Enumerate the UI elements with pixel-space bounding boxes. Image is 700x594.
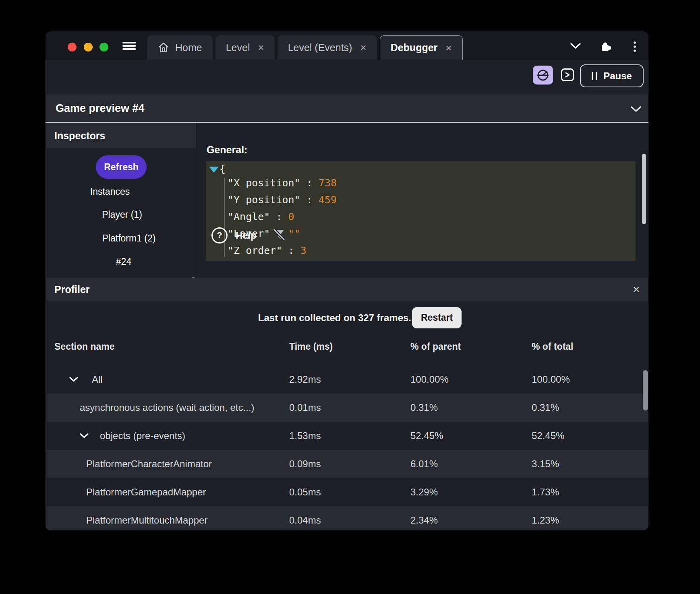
tab-close-icon[interactable]: × bbox=[255, 42, 264, 53]
tree-item-player-1[interactable]: Player (1) bbox=[102, 209, 142, 220]
tab-strip: HomeLevel×Level (Events)×Debugger× bbox=[46, 31, 648, 60]
json-line-x-position: "X position" : 738 bbox=[228, 177, 337, 189]
chevron-right-icon bbox=[565, 72, 570, 78]
section-name: PlatformerCharacterAnimator bbox=[86, 458, 212, 470]
time-value: 0.01ms bbox=[289, 402, 321, 413]
tab-label: Debugger bbox=[391, 42, 438, 54]
inspectors-title: Inspectors bbox=[54, 130, 105, 141]
window-zoom-light[interactable] bbox=[99, 43, 108, 52]
restart-button[interactable]: Restart bbox=[412, 307, 462, 328]
profiler-title: Profiler bbox=[54, 284, 90, 295]
tab-label: Level (Events) bbox=[288, 42, 352, 54]
tab-debugger[interactable]: Debugger× bbox=[380, 35, 463, 60]
tab-bar: HomeLevel×Level (Events)×Debugger× bbox=[147, 35, 463, 60]
help-question-icon[interactable]: ? bbox=[211, 227, 228, 243]
general-title: General: bbox=[207, 144, 247, 156]
section-name: All bbox=[92, 374, 103, 385]
time-value: 1.53ms bbox=[289, 430, 321, 441]
profiler-row-platformercharacteranimator: PlatformerCharacterAnimator0.09ms6.01%3.… bbox=[46, 450, 648, 478]
inspectors-header: Inspectors bbox=[46, 123, 196, 148]
column-header-parent: % of parent bbox=[410, 341, 461, 352]
section-name: asynchronous actions (wait action, etc..… bbox=[80, 402, 255, 413]
tree-collapse-triangle-icon[interactable] bbox=[209, 167, 219, 173]
total-percent: 1.23% bbox=[532, 515, 559, 526]
chevron-down-icon[interactable] bbox=[570, 43, 581, 51]
tab-close-icon[interactable]: × bbox=[443, 43, 451, 53]
profiler-toggle-button[interactable] bbox=[533, 66, 553, 85]
tab-close-icon[interactable]: × bbox=[358, 42, 366, 53]
refresh-button[interactable]: Refresh bbox=[96, 155, 147, 179]
console-button[interactable] bbox=[561, 68, 574, 81]
total-percent: 0.31% bbox=[532, 402, 559, 413]
home-icon bbox=[157, 42, 170, 53]
column-header-section: Section name bbox=[54, 341, 115, 352]
hamburger-menu-icon[interactable] bbox=[122, 42, 136, 50]
json-line-angle: "Angle" : 0 bbox=[228, 211, 294, 223]
profiler-scrollbar-thumb[interactable] bbox=[643, 370, 648, 410]
section-name: PlatformerMultitouchMapper bbox=[86, 515, 207, 526]
section-name: objects (pre-events) bbox=[100, 430, 185, 441]
window-minimize-light[interactable] bbox=[84, 43, 93, 52]
game-preview-header: Game preview #4 bbox=[46, 95, 648, 123]
tab-home[interactable]: Home bbox=[147, 35, 213, 60]
profiler-row-all: All2.92ms100.00%100.00% bbox=[46, 365, 648, 394]
app-window: HomeLevel×Level (Events)×Debugger× Pause… bbox=[46, 31, 648, 530]
profiler-row-platformermultitouchmapper: PlatformerMultitouchMapper0.04ms2.34%1.2… bbox=[46, 506, 648, 530]
unpin-icon[interactable] bbox=[272, 227, 286, 243]
profiler-row-platformergamepadmapper: PlatformerGamepadMapper0.05ms3.29%1.73% bbox=[46, 478, 648, 506]
total-percent: 3.15% bbox=[532, 458, 559, 470]
time-value: 0.09ms bbox=[289, 458, 321, 470]
pause-button-label: Pause bbox=[603, 70, 632, 82]
parent-percent: 3.29% bbox=[410, 487, 438, 498]
tab-level-events[interactable]: Level (Events)× bbox=[278, 35, 377, 60]
parent-percent: 2.34% bbox=[410, 515, 438, 526]
tree-item-24[interactable]: #24 bbox=[116, 256, 131, 267]
close-icon[interactable]: × bbox=[633, 283, 640, 295]
profiler-column-headers: Section name Time (ms) % of parent % of … bbox=[46, 341, 648, 355]
collapse-chevron-icon[interactable] bbox=[630, 106, 642, 114]
tree-item-platform1-2[interactable]: Platform1 (2) bbox=[102, 233, 156, 244]
parent-percent: 100.00% bbox=[410, 374, 449, 385]
profiler-row-asynchronous-actions-wait-action-etc: asynchronous actions (wait action, etc..… bbox=[46, 394, 648, 422]
json-line-z-order: "Z order" : 3 bbox=[228, 245, 307, 256]
row-expand-chevron-icon[interactable] bbox=[69, 377, 78, 382]
profiler-header: Profiler × bbox=[46, 278, 648, 301]
parent-percent: 52.45% bbox=[410, 430, 443, 441]
profiler-table: All2.92ms100.00%100.00%asynchronous acti… bbox=[46, 365, 648, 530]
column-header-total: % of total bbox=[532, 341, 574, 352]
tab-level[interactable]: Level× bbox=[215, 35, 275, 60]
indent-guide bbox=[224, 178, 225, 257]
profiler-row-objects-pre-events: objects (pre-events)1.53ms52.45%52.45% bbox=[46, 422, 648, 450]
section-name: PlatformerGamepadMapper bbox=[86, 487, 206, 498]
total-percent: 100.00% bbox=[532, 374, 570, 385]
extensions-puzzle-icon[interactable] bbox=[600, 40, 612, 54]
tab-label: Home bbox=[175, 42, 202, 54]
total-percent: 52.45% bbox=[532, 430, 564, 441]
profiler-status-text: Last run collected on 327 frames. bbox=[191, 307, 411, 328]
instance-json-view: { "X position" : 738"Y position" : 459"A… bbox=[206, 161, 636, 261]
parent-percent: 0.31% bbox=[410, 402, 438, 413]
json-open-brace: { bbox=[220, 163, 226, 175]
json-line-y-position: "Y position" : 459 bbox=[228, 194, 337, 206]
game-preview-title: Game preview #4 bbox=[56, 102, 145, 115]
column-header-time: Time (ms) bbox=[289, 341, 333, 352]
speedometer-icon bbox=[536, 68, 550, 82]
time-value: 0.04ms bbox=[289, 515, 321, 526]
main-split-area: Inspectors Refresh InstancesPlayer (1)Pl… bbox=[46, 123, 648, 278]
pause-icon bbox=[592, 72, 597, 80]
panel-divider bbox=[196, 123, 197, 278]
time-value: 0.05ms bbox=[289, 487, 321, 498]
tree-item-instances[interactable]: Instances bbox=[90, 186, 130, 197]
row-expand-chevron-icon[interactable] bbox=[80, 433, 89, 439]
total-percent: 1.73% bbox=[532, 487, 559, 498]
parent-percent: 6.01% bbox=[410, 458, 438, 470]
window-close-light[interactable] bbox=[68, 43, 77, 52]
time-value: 2.92ms bbox=[289, 374, 321, 385]
kebab-menu-icon[interactable] bbox=[633, 41, 637, 54]
tab-label: Level bbox=[226, 42, 250, 54]
pause-button[interactable]: Pause bbox=[580, 64, 644, 87]
screenshot-stage: HomeLevel×Level (Events)×Debugger× Pause… bbox=[0, 0, 700, 594]
help-row: ? Help bbox=[211, 227, 286, 244]
general-scrollbar-thumb[interactable] bbox=[642, 154, 646, 224]
help-label[interactable]: Help bbox=[236, 230, 257, 241]
